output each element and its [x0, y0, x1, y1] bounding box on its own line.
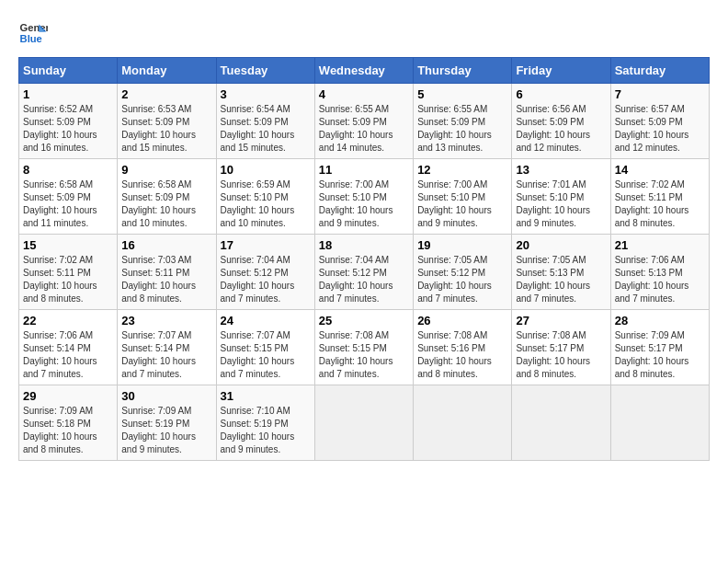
- calendar-cell: 23Sunrise: 7:07 AM Sunset: 5:14 PM Dayli…: [118, 310, 216, 385]
- day-number: 31: [221, 389, 311, 403]
- calendar-cell: 24Sunrise: 7:07 AM Sunset: 5:15 PM Dayli…: [216, 310, 314, 385]
- day-number: 9: [121, 163, 211, 177]
- day-info: Sunrise: 6:59 AM Sunset: 5:10 PM Dayligh…: [221, 178, 311, 230]
- day-number: 11: [319, 163, 409, 177]
- day-info: Sunrise: 7:08 AM Sunset: 5:15 PM Dayligh…: [319, 329, 409, 381]
- day-number: 18: [319, 238, 409, 252]
- logo: General Blue: [18, 18, 51, 48]
- calendar-cell: 8Sunrise: 6:58 AM Sunset: 5:09 PM Daylig…: [19, 159, 118, 235]
- day-info: Sunrise: 7:04 AM Sunset: 5:12 PM Dayligh…: [319, 254, 409, 305]
- calendar-cell: 1Sunrise: 6:52 AM Sunset: 5:09 PM Daylig…: [19, 84, 118, 159]
- calendar-cell: 30Sunrise: 7:09 AM Sunset: 5:19 PM Dayli…: [118, 385, 216, 461]
- calendar-cell: 26Sunrise: 7:08 AM Sunset: 5:16 PM Dayli…: [414, 310, 512, 385]
- calendar-header-row: SundayMondayTuesdayWednesdayThursdayFrid…: [19, 58, 710, 84]
- day-number: 7: [615, 87, 705, 101]
- calendar-week-4: 22Sunrise: 7:06 AM Sunset: 5:14 PM Dayli…: [19, 310, 710, 385]
- calendar-cell: 19Sunrise: 7:05 AM Sunset: 5:12 PM Dayli…: [414, 235, 512, 310]
- day-number: 22: [23, 314, 113, 327]
- calendar-cell: 4Sunrise: 6:55 AM Sunset: 5:09 PM Daylig…: [314, 84, 413, 159]
- calendar-week-1: 1Sunrise: 6:52 AM Sunset: 5:09 PM Daylig…: [19, 84, 710, 159]
- day-number: 23: [121, 314, 211, 327]
- day-info: Sunrise: 6:52 AM Sunset: 5:09 PM Dayligh…: [23, 103, 113, 155]
- calendar-cell: 29Sunrise: 7:09 AM Sunset: 5:18 PM Dayli…: [19, 385, 118, 461]
- day-info: Sunrise: 7:02 AM Sunset: 5:11 PM Dayligh…: [615, 178, 705, 230]
- calendar-cell: 20Sunrise: 7:05 AM Sunset: 5:13 PM Dayli…: [512, 235, 610, 310]
- day-number: 21: [615, 238, 705, 252]
- day-info: Sunrise: 6:54 AM Sunset: 5:09 PM Dayligh…: [221, 103, 311, 155]
- calendar-cell: 18Sunrise: 7:04 AM Sunset: 5:12 PM Dayli…: [314, 235, 413, 310]
- calendar-cell: 10Sunrise: 6:59 AM Sunset: 5:10 PM Dayli…: [216, 159, 314, 235]
- day-number: 10: [221, 163, 311, 177]
- day-info: Sunrise: 6:55 AM Sunset: 5:09 PM Dayligh…: [319, 103, 409, 155]
- calendar-cell: 31Sunrise: 7:10 AM Sunset: 5:19 PM Dayli…: [216, 385, 314, 461]
- day-info: Sunrise: 7:06 AM Sunset: 5:13 PM Dayligh…: [615, 254, 705, 305]
- calendar-week-5: 29Sunrise: 7:09 AM Sunset: 5:18 PM Dayli…: [19, 385, 710, 461]
- day-number: 3: [221, 87, 311, 101]
- day-info: Sunrise: 6:57 AM Sunset: 5:09 PM Dayligh…: [615, 103, 705, 155]
- header-wednesday: Wednesday: [314, 58, 413, 84]
- day-number: 14: [615, 163, 705, 177]
- day-info: Sunrise: 7:02 AM Sunset: 5:11 PM Dayligh…: [23, 254, 113, 305]
- day-number: 25: [319, 314, 409, 327]
- day-number: 26: [417, 314, 507, 327]
- calendar-cell: 12Sunrise: 7:00 AM Sunset: 5:10 PM Dayli…: [414, 159, 512, 235]
- day-info: Sunrise: 6:58 AM Sunset: 5:09 PM Dayligh…: [23, 178, 113, 230]
- day-number: 2: [121, 87, 211, 101]
- svg-text:Blue: Blue: [20, 33, 42, 44]
- page-header: General Blue: [18, 18, 710, 48]
- calendar-cell: 6Sunrise: 6:56 AM Sunset: 5:09 PM Daylig…: [512, 84, 610, 159]
- calendar-cell: 27Sunrise: 7:08 AM Sunset: 5:17 PM Dayli…: [512, 310, 610, 385]
- day-number: 19: [417, 238, 507, 252]
- day-number: 6: [516, 87, 606, 101]
- day-info: Sunrise: 7:05 AM Sunset: 5:13 PM Dayligh…: [516, 254, 606, 305]
- calendar-cell: 15Sunrise: 7:02 AM Sunset: 5:11 PM Dayli…: [19, 235, 118, 310]
- day-info: Sunrise: 7:09 AM Sunset: 5:18 PM Dayligh…: [23, 405, 113, 456]
- day-number: 4: [319, 87, 409, 101]
- day-info: Sunrise: 7:04 AM Sunset: 5:12 PM Dayligh…: [221, 254, 311, 305]
- day-info: Sunrise: 7:05 AM Sunset: 5:12 PM Dayligh…: [417, 254, 507, 305]
- day-number: 28: [615, 314, 705, 327]
- day-info: Sunrise: 7:00 AM Sunset: 5:10 PM Dayligh…: [319, 178, 409, 230]
- day-info: Sunrise: 7:09 AM Sunset: 5:19 PM Dayligh…: [121, 405, 211, 456]
- calendar-week-2: 8Sunrise: 6:58 AM Sunset: 5:09 PM Daylig…: [19, 159, 710, 235]
- day-info: Sunrise: 6:53 AM Sunset: 5:09 PM Dayligh…: [121, 103, 211, 155]
- day-info: Sunrise: 7:07 AM Sunset: 5:15 PM Dayligh…: [221, 329, 311, 381]
- calendar-cell: [610, 385, 709, 461]
- day-info: Sunrise: 7:01 AM Sunset: 5:10 PM Dayligh…: [516, 178, 606, 230]
- day-info: Sunrise: 7:09 AM Sunset: 5:17 PM Dayligh…: [615, 329, 705, 381]
- day-info: Sunrise: 7:00 AM Sunset: 5:10 PM Dayligh…: [417, 178, 507, 230]
- calendar-cell: 21Sunrise: 7:06 AM Sunset: 5:13 PM Dayli…: [610, 235, 709, 310]
- calendar-cell: 3Sunrise: 6:54 AM Sunset: 5:09 PM Daylig…: [216, 84, 314, 159]
- day-number: 16: [121, 238, 211, 252]
- day-number: 8: [23, 163, 113, 177]
- calendar-cell: 22Sunrise: 7:06 AM Sunset: 5:14 PM Dayli…: [19, 310, 118, 385]
- day-info: Sunrise: 7:08 AM Sunset: 5:17 PM Dayligh…: [516, 329, 606, 381]
- day-number: 15: [23, 238, 113, 252]
- calendar-cell: [414, 385, 512, 461]
- calendar-cell: 5Sunrise: 6:55 AM Sunset: 5:09 PM Daylig…: [414, 84, 512, 159]
- header-saturday: Saturday: [610, 58, 709, 84]
- day-number: 29: [23, 389, 113, 403]
- day-number: 17: [221, 238, 311, 252]
- header-friday: Friday: [512, 58, 610, 84]
- day-number: 5: [417, 87, 507, 101]
- day-info: Sunrise: 7:08 AM Sunset: 5:16 PM Dayligh…: [417, 329, 507, 381]
- calendar-cell: 16Sunrise: 7:03 AM Sunset: 5:11 PM Dayli…: [118, 235, 216, 310]
- day-number: 20: [516, 238, 606, 252]
- calendar-cell: 9Sunrise: 6:58 AM Sunset: 5:09 PM Daylig…: [118, 159, 216, 235]
- header-thursday: Thursday: [414, 58, 512, 84]
- day-info: Sunrise: 7:06 AM Sunset: 5:14 PM Dayligh…: [23, 329, 113, 381]
- calendar-cell: 13Sunrise: 7:01 AM Sunset: 5:10 PM Dayli…: [512, 159, 610, 235]
- calendar-week-3: 15Sunrise: 7:02 AM Sunset: 5:11 PM Dayli…: [19, 235, 710, 310]
- day-number: 13: [516, 163, 606, 177]
- calendar-cell: 28Sunrise: 7:09 AM Sunset: 5:17 PM Dayli…: [610, 310, 709, 385]
- calendar-cell: 25Sunrise: 7:08 AM Sunset: 5:15 PM Dayli…: [314, 310, 413, 385]
- calendar-cell: [314, 385, 413, 461]
- calendar-cell: 2Sunrise: 6:53 AM Sunset: 5:09 PM Daylig…: [118, 84, 216, 159]
- header-sunday: Sunday: [19, 58, 118, 84]
- day-info: Sunrise: 6:55 AM Sunset: 5:09 PM Dayligh…: [417, 103, 507, 155]
- calendar-table: SundayMondayTuesdayWednesdayThursdayFrid…: [18, 57, 710, 461]
- svg-text:General: General: [20, 22, 48, 33]
- day-number: 30: [121, 389, 211, 403]
- calendar-cell: 11Sunrise: 7:00 AM Sunset: 5:10 PM Dayli…: [314, 159, 413, 235]
